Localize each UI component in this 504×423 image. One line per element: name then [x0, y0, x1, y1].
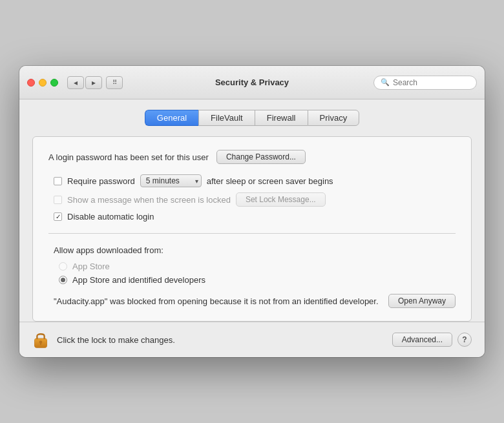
radio-group: App Store App Store and identified devel… [59, 262, 456, 285]
blocked-app-row: "Audacity.app" was blocked from opening … [54, 294, 456, 308]
advanced-button[interactable]: Advanced... [392, 333, 452, 347]
require-password-suffix: after sleep or screen saver begins [207, 176, 333, 186]
bottom-bar: Click the lock to make changes. Advanced… [19, 322, 485, 357]
downloads-section: Allow apps downloaded from: App Store Ap… [48, 245, 456, 308]
lock-icon[interactable] [32, 330, 49, 349]
section-divider [48, 233, 456, 234]
require-password-checkbox[interactable] [54, 177, 62, 185]
password-label: A login password has been set for this u… [48, 152, 209, 162]
close-button[interactable] [27, 79, 35, 87]
app-store-identified-radio-label: App Store and identified developers [72, 275, 205, 285]
downloads-label: Allow apps downloaded from: [54, 245, 456, 255]
app-store-radio-label: App Store [72, 262, 110, 271]
app-store-radio-row: App Store [59, 262, 456, 271]
search-icon: 🔍 [381, 78, 390, 87]
forward-icon: ▸ [92, 78, 96, 87]
back-icon: ◂ [74, 78, 78, 87]
tab-general[interactable]: General [145, 110, 198, 126]
require-password-row: Require password 5 minutes immediately 1… [54, 174, 456, 187]
nav-buttons: ◂ ▸ [67, 76, 102, 89]
help-button[interactable]: ? [457, 333, 472, 347]
main-window: ◂ ▸ ⠿ Security & Privacy 🔍 General FileV… [19, 66, 485, 357]
svg-rect-3 [40, 343, 41, 346]
tab-filevault[interactable]: FileVault [198, 110, 255, 126]
disable-autologin-label: Disable automatic login [67, 212, 154, 222]
change-password-button[interactable]: Change Password... [216, 150, 306, 164]
titlebar: ◂ ▸ ⠿ Security & Privacy 🔍 [19, 66, 485, 99]
back-button[interactable]: ◂ [67, 76, 84, 89]
grid-button[interactable]: ⠿ [106, 76, 123, 89]
app-store-identified-radio[interactable] [59, 276, 67, 284]
open-anyway-button[interactable]: Open Anyway [388, 294, 456, 308]
require-password-label: Require password [67, 176, 135, 186]
search-box[interactable]: 🔍 [373, 76, 477, 90]
minimize-button[interactable] [39, 79, 47, 87]
tab-firewall[interactable]: Firewall [255, 110, 308, 126]
show-message-row: Show a message when the screen is locked… [54, 192, 456, 207]
settings-panel: A login password has been set for this u… [32, 136, 472, 322]
content-area: General FileVault Firewall Privacy A log… [19, 99, 485, 322]
blocked-app-text: "Audacity.app" was blocked from opening … [54, 296, 381, 306]
tab-privacy[interactable]: Privacy [308, 110, 360, 126]
maximize-button[interactable] [50, 79, 58, 87]
grid-icon: ⠿ [112, 79, 117, 86]
options-group: Require password 5 minutes immediately 1… [54, 174, 456, 222]
password-row: A login password has been set for this u… [48, 150, 456, 164]
set-lock-message-button[interactable]: Set Lock Message... [236, 192, 326, 207]
require-password-dropdown[interactable]: 5 minutes immediately 1 minute 15 minute… [140, 174, 202, 187]
app-store-radio[interactable] [59, 262, 67, 271]
bottom-buttons: Advanced... ? [392, 333, 472, 347]
show-message-checkbox[interactable] [54, 196, 62, 204]
disable-autologin-checkbox[interactable] [54, 212, 62, 221]
window-title: Security & Privacy [215, 77, 289, 87]
disable-autologin-row: Disable automatic login [54, 212, 456, 222]
show-message-label: Show a message when the screen is locked [67, 195, 231, 205]
traffic-lights [27, 79, 58, 87]
lock-text: Click the lock to make changes. [57, 335, 384, 345]
tabs: General FileVault Firewall Privacy [32, 110, 472, 126]
require-password-select-wrapper: 5 minutes immediately 1 minute 15 minute… [140, 174, 202, 187]
forward-button[interactable]: ▸ [85, 76, 102, 89]
app-store-identified-radio-row: App Store and identified developers [59, 275, 456, 285]
search-input[interactable] [393, 78, 470, 87]
